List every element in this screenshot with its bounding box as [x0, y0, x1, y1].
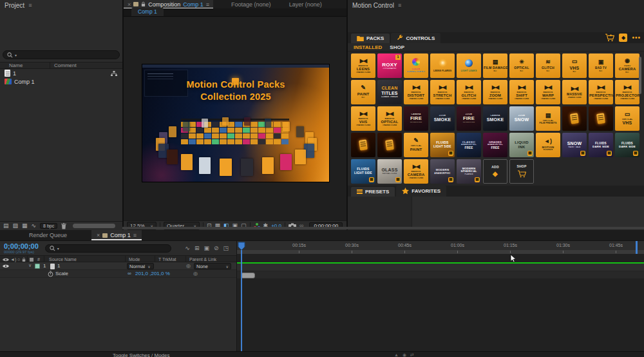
close-icon[interactable]: × [128, 1, 131, 8]
layer-row-1[interactable]: ∨ 1 1 Normal ∨ ◎ None ∨ [0, 262, 236, 270]
tab-render-queue[interactable]: Render Queue [29, 232, 67, 238]
work-area-bar[interactable] [237, 250, 644, 254]
pack-zoom-fire[interactable]: ZOOMFIRETRANSITIONS [457, 106, 481, 131]
pack-film-damage-kit[interactable]: ▤FILM DAMAGEKIT [483, 53, 507, 78]
close-icon[interactable]: × [97, 232, 100, 238]
horizontal-scrollbar[interactable] [73, 224, 115, 228]
timeline-search-input[interactable]: ▾ [45, 244, 171, 253]
solo-icon[interactable]: ○ [17, 257, 20, 262]
label-color-column-icon[interactable] [30, 258, 33, 262]
blend-mode-select[interactable]: Normal ∨ [127, 263, 154, 269]
panel-menu-icon[interactable]: ≡ [133, 232, 137, 238]
new-composition-icon[interactable]: ▦ [22, 223, 28, 229]
pack-massive-stretch-transitions[interactable]: ▶◀MASSIVESTRETCHTRANSITIONS [430, 80, 455, 104]
motion-blur-icon[interactable]: ⊘ [214, 246, 219, 251]
stopwatch-icon[interactable] [48, 271, 53, 277]
tab-presets[interactable]: PRESETS [351, 187, 395, 197]
frame-blending-icon[interactable]: ▣ [204, 246, 209, 251]
interpret-footage-icon[interactable]: ▤ [3, 223, 9, 229]
search-options-caret[interactable]: ▾ [57, 246, 59, 251]
bit-depth-button[interactable]: 8 bpc [40, 223, 57, 229]
add-pack-button[interactable]: ADD◆ [483, 159, 507, 184]
tab-footage[interactable]: Footage (none) [231, 1, 271, 8]
pack-vhs-kit[interactable]: ▭VHSKIT [562, 53, 587, 78]
project-item-footage[interactable]: 1 [0, 69, 122, 77]
panel-resize-gutter[interactable] [122, 227, 644, 229]
trash-icon[interactable] [61, 223, 66, 229]
parent-pickwhip-icon[interactable]: ◎ [186, 263, 191, 269]
pack-massive-shift-transitions[interactable]: ▶◀MASSIVESHIFTTRANSITIONS [509, 80, 534, 104]
pack-massive-glitch-transitions[interactable]: ▶◀MASSIVEGLITCHTRANSITIONS [457, 80, 481, 104]
tab-layer[interactable]: Layer (none) [289, 1, 322, 8]
parent-select[interactable]: None ∨ [194, 263, 231, 269]
lock-icon[interactable] [141, 1, 146, 7]
pack-fluids-light-side-2[interactable]: FLUIDSLIGHT SIDE▦ [351, 159, 375, 184]
column-mode[interactable]: Mode [129, 257, 140, 262]
pack-massive-transitions[interactable]: ▶◀MASSIVETRANSITIONS [562, 80, 587, 104]
pack-clean-titles-lower-thirds[interactable]: CLEANTITLESLOWER THIRDS [377, 80, 402, 104]
pack-glass-refractions[interactable]: GLASSREFRACTIONS▦ [377, 159, 402, 184]
pack-zoom-smoke[interactable]: ZOOMSMOKE [430, 106, 455, 131]
pack-liquid-ink[interactable]: LIQUIDINK▦ [509, 133, 534, 157]
pack-optical-kit[interactable]: ✳OPTICALKIT [509, 53, 534, 78]
composition-viewport[interactable]: Motion Control Packs Collection 2025 [124, 17, 346, 220]
pack-classic-anamorphic-free[interactable]: CLASSICANAMORPHICFREE [457, 133, 481, 157]
column-comment[interactable]: Comment [50, 63, 77, 68]
presets-category-column[interactable] [348, 197, 412, 229]
pack-vertical-film-presets[interactable]: ▤VERTICALFILM PRESETS [536, 106, 560, 131]
pack-fire-vertical-3[interactable] [351, 133, 375, 157]
expression-pickwhip-icon[interactable]: ◎ [193, 271, 198, 276]
pack-bad-tv-kit[interactable]: ▣BAD TVKIT [589, 53, 613, 78]
column-parent-link[interactable]: Parent & Link [189, 257, 216, 262]
playhead-head[interactable] [238, 242, 245, 251]
constrain-link-icon[interactable]: ∞ [128, 271, 131, 276]
current-timecode[interactable]: 0;00;00;00 [4, 242, 39, 250]
project-search-input[interactable]: ▾ [3, 50, 120, 59]
pack-massive-zoom-transitions[interactable]: ▶◀MASSIVEZOOMTRANSITIONS [483, 80, 507, 104]
pack-leens-flares[interactable]: LEENS FLARES [430, 53, 455, 78]
pack-massive-vhs-transitions[interactable]: ▶◀MASSIVEVHSTRANSITIONS [351, 106, 375, 131]
panel-menu-icon[interactable]: ≡ [398, 2, 401, 8]
project-settings-icon[interactable]: ∿ [32, 223, 37, 229]
pack-fluids-light-side[interactable]: FLUIDSLIGHT SIDE▦ [430, 133, 455, 157]
tab-timeline-comp1[interactable]: × Comp 1 ≡ [91, 230, 142, 240]
eye-icon[interactable] [3, 264, 9, 268]
pack-zoom-snow[interactable]: ZOOMSNOW [509, 106, 534, 131]
panel-menu-icon[interactable]: ≡ [206, 1, 209, 8]
column-source-name[interactable]: Source Name [49, 257, 77, 262]
more-options-icon[interactable]: ••• [632, 35, 641, 41]
pack-video-camera-kit[interactable]: ◉VIDEOCAMERAKIT [615, 53, 639, 78]
pack-paint-kit[interactable]: ✎PAINTKIT [351, 80, 375, 104]
column-number[interactable]: # [37, 257, 40, 262]
pack-camera-fire-transitions[interactable]: CAMERAFIRETRANSITIONS [404, 106, 428, 131]
search-options-caret[interactable]: ▾ [15, 53, 17, 57]
upgrade-gem-button[interactable]: ◆ [619, 34, 627, 42]
graph-editor-icon[interactable]: ◳ [223, 246, 229, 251]
layer-duration-bar[interactable] [241, 273, 255, 278]
tab-favorites[interactable]: FAVORITES [396, 186, 446, 197]
pack-massive-projector-transitions[interactable]: ▶◀MASSIVEPROJECTORTRANSITIONS [615, 80, 639, 104]
pack-massive-camera-transitions[interactable]: ▶◀MASSIVECAMERATRANSITIONS [404, 159, 428, 184]
presets-content-column[interactable] [412, 197, 644, 229]
pack-graded-anamorphic-free[interactable]: GRADEDANAMORPHICFREE [483, 133, 507, 157]
pack-camera-smoke[interactable]: CAMERASMOKE [483, 106, 507, 131]
pack-vertical-vhs[interactable]: ▭VERTICALVHS [615, 106, 639, 131]
pack-vertical-paint[interactable]: ✎VERTICALPAINT [404, 133, 428, 157]
pack-glitch-kit[interactable]: ≋GLITCHKIT [536, 53, 560, 78]
cart-icon[interactable] [605, 34, 614, 42]
draft3d-icon[interactable]: ⊞ [194, 246, 200, 251]
playhead-line[interactable] [241, 249, 242, 351]
scale-label[interactable]: Scale [55, 271, 68, 276]
pack-massive-distort-transitions[interactable]: ▶◀MASSIVEDISTORTTRANSITIONS [404, 80, 428, 104]
expand-chevron-icon[interactable]: ∨ [28, 263, 32, 268]
lock-icon[interactable] [22, 257, 26, 262]
pack-massive-optical-transitions[interactable]: ▶◀MASSIVEOPTICALTRANSITIONS [377, 106, 402, 131]
time-ruler[interactable]: 0s00:15s00:30s00:45s01:00s01:15s01:30s01… [237, 241, 644, 254]
pack-fire-vertical-2[interactable] [589, 106, 613, 131]
pack-massive-leens-transitions[interactable]: ▶◀MASSIVELEENSTRANSITIONS [351, 53, 375, 78]
pack-snow-fairy-tale[interactable]: SNOWFAIRY TALE▦ [562, 133, 587, 157]
eye-icon[interactable] [3, 258, 9, 262]
viewer-tab-comp1[interactable]: Comp 1 [131, 8, 164, 16]
pack-modern-spherical-flares[interactable]: MODERNSPHERICALFLARES▦ [457, 159, 481, 184]
composition-flowchart-icon[interactable]: ∿ [185, 246, 190, 251]
